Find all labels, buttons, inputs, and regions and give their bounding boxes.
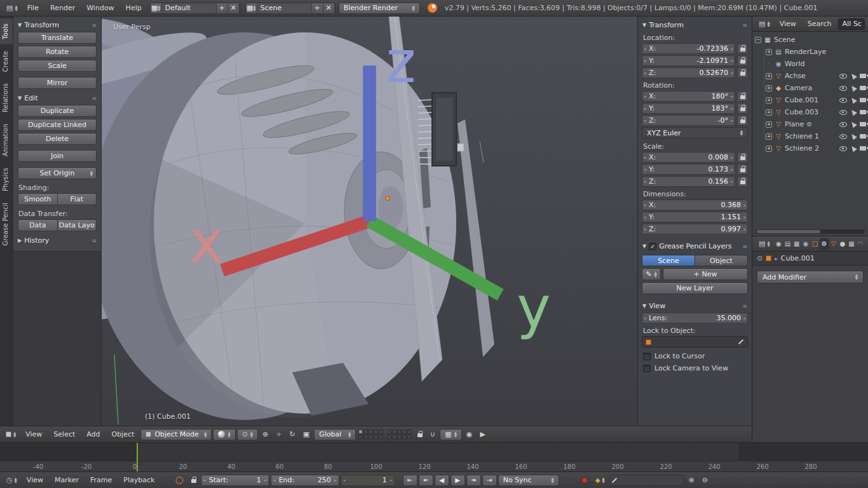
expand-icon[interactable]: + [766,109,772,116]
layer-cell[interactable] [379,430,383,434]
lock-scene-button[interactable] [414,430,426,438]
lock-time-button[interactable] [188,476,200,484]
layer-cell[interactable] [387,430,391,434]
lock-rotation-z-button[interactable] [737,115,748,126]
expand-icon[interactable]: + [766,85,772,92]
expand-icon[interactable]: + [766,146,772,152]
outliner-filter-dropdown[interactable]: All Sc [838,18,865,30]
duplicate-linked-button[interactable]: Duplicate Linked [18,119,97,131]
scene-name[interactable]: Scene [257,3,312,13]
tab-grease-pencil[interactable]: Grease Pencil [0,198,13,251]
scale-button[interactable]: Scale [18,60,97,72]
mirror-button[interactable]: Mirror [18,77,97,89]
layer-cell[interactable] [358,430,363,434]
tab-animation[interactable]: Animation [0,119,13,161]
rotate-manipulator-button[interactable]: ↻ [287,429,299,440]
jump-end-button[interactable]: ⇥ [482,475,497,486]
lock-location-x-button[interactable] [737,43,748,54]
data-transfer-data-button[interactable]: Data [18,219,58,231]
outliner-item-renderlayer[interactable]: + ▤ RenderLaye [766,46,868,58]
delete-keyframe-button[interactable]: ⊖ [699,475,711,485]
set-origin-dropdown[interactable]: Set Origin [18,167,97,179]
play-reverse-button[interactable]: ◀ [435,475,449,486]
grease-pencil-panel-header[interactable]: ▼ ✓ Grease Pencil Layers ≡ [642,240,748,253]
lock-camera-checkbox[interactable] [643,365,651,372]
opengl-render-image-button[interactable]: ◉ [463,429,476,440]
menu-add[interactable]: Add [81,428,105,440]
menu-render[interactable]: Render [45,2,80,14]
delete-button[interactable]: Delete [18,133,97,145]
gp-draw-mode-dropdown[interactable]: ✎ [642,268,661,280]
modifiers-tab-icon[interactable]: ⚙ [820,238,829,250]
visibility-toggle[interactable] [839,134,847,139]
layer-cell[interactable] [397,435,402,439]
orientation-dropdown[interactable]: Global [314,429,356,440]
visibility-toggle[interactable] [839,98,847,103]
shade-smooth-button[interactable]: Smooth [18,193,58,205]
join-button[interactable]: Join [18,150,97,162]
next-keyframe-button[interactable]: ↠ [466,475,481,486]
collapse-icon[interactable]: − [755,37,761,43]
visibility-toggle[interactable] [839,74,847,79]
outliner-item-achse[interactable]: + ▽ Achse [766,70,868,82]
lens-field[interactable]: Lens:35.000 [642,313,748,323]
eyedropper-icon[interactable] [738,339,743,344]
rotation-x-field[interactable]: X:180° [642,91,735,102]
snap-toggle-button[interactable]: ∪ [427,429,438,440]
tab-create[interactable]: Create [0,46,13,77]
renderability-toggle[interactable] [860,110,866,114]
layer-cell[interactable] [363,435,368,439]
lock-location-y-button[interactable] [737,55,748,66]
layer-cell[interactable] [369,435,373,439]
menu-playback[interactable]: Playback [118,474,159,486]
dimension-y-field[interactable]: Y:1.151 [642,212,748,222]
pivot-align-button[interactable]: ⊕ [259,429,271,440]
tab-relations[interactable]: Relations [0,78,13,118]
visibility-toggle[interactable] [839,146,847,151]
layer-cell[interactable] [397,430,402,434]
outliner-horizontal-scrollbar[interactable] [756,229,865,234]
outliner-item-schiene-1[interactable]: + ▽ Schiene 1 [766,130,868,142]
gp-new-button[interactable]: +New [663,268,748,280]
edit-panel-header[interactable]: ▼ Edit ≡ [13,91,101,105]
menu-window[interactable]: Window [81,2,119,14]
layer-cell[interactable] [387,435,391,439]
expand-icon[interactable]: + [766,49,772,55]
layer-cell[interactable] [402,435,407,439]
mode-dropdown[interactable]: Object Mode [140,429,212,440]
lock-rotation-x-button[interactable] [737,91,748,102]
outliner-scene-row[interactable]: − ▦ Scene [755,34,868,46]
render-layers-tab-icon[interactable]: ▤ [783,238,792,250]
location-x-field[interactable]: X:-0.72336 [642,43,735,54]
tab-physics[interactable]: Physics [0,163,13,196]
layer-cell[interactable] [392,435,397,439]
jump-start-button[interactable]: ⇤ [403,475,417,486]
selectability-toggle[interactable] [850,132,857,140]
outliner-item-cube-003[interactable]: + ▽ Cube.003 [766,106,868,118]
sync-dropdown[interactable]: No Sync [498,475,559,486]
viewport-shading-dropdown[interactable] [213,429,235,440]
expand-icon[interactable]: + [766,133,772,140]
layers-widget-1[interactable] [358,430,383,439]
editor-type-button[interactable]: ◷ [3,475,20,485]
scene-tab-icon[interactable]: ▦ [792,238,801,250]
gp-source-object-tab[interactable]: Object [695,255,748,266]
expand-icon[interactable]: + [766,121,772,128]
selectability-toggle[interactable] [850,108,857,116]
layer-cell[interactable] [392,430,397,434]
end-frame-field[interactable]: End: 250 [271,475,339,486]
editor-type-button[interactable]: ▤ [756,18,773,29]
menu-search[interactable]: Search [803,18,837,30]
editor-type-button[interactable]: ▤ [756,238,773,249]
menu-file[interactable]: File [22,2,44,14]
scale-z-field[interactable]: Z:0.156 [642,176,735,187]
location-z-field[interactable]: Z:0.52670 [642,67,735,78]
scale-y-field[interactable]: Y:0.173 [642,164,735,175]
timeline-ruler[interactable]: -40 -20 0 20 40 60 80 100 120 140 160 18… [0,442,868,471]
duplicate-button[interactable]: Duplicate [18,105,97,117]
grease-pencil-checkbox[interactable]: ✓ [649,243,656,250]
current-frame-field[interactable]: 1 [341,475,395,486]
lock-to-object-field[interactable] [642,336,748,348]
layer-cell[interactable] [363,430,368,434]
material-tab-icon[interactable]: ● [838,238,846,250]
